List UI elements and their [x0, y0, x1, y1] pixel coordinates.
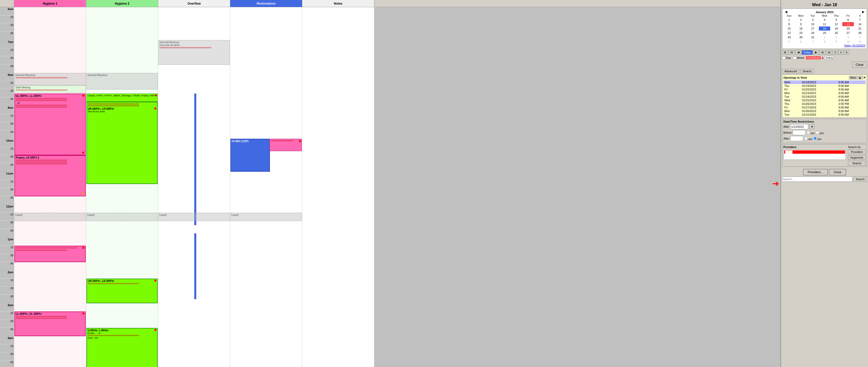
cal-day[interactable]: 26 [831, 31, 842, 35]
cal-day[interactable]: 11 [819, 22, 831, 26]
after-date-input[interactable] [790, 124, 808, 129]
mini-calendar[interactable]: ◀ January 2023 ▶ Sun Mon Tue Wed Thu Fri… [782, 8, 867, 49]
cal-day[interactable]: 3 [842, 35, 854, 39]
next-month-btn[interactable]: ▶ [861, 10, 865, 13]
overflow-header[interactable]: Overflow [158, 0, 230, 7]
clear-button[interactable]: Clear [852, 61, 867, 68]
h2-compx-appt[interactable]: CompX, #-PAX, #-PAX+, 4BWX, 3DImage, CTB… [87, 94, 158, 102]
m2-nav-btn[interactable]: M [826, 50, 832, 55]
hygienists-btn[interactable]: Hygienists [848, 155, 866, 160]
num4-nav-btn[interactable]: 4 [838, 50, 843, 55]
h2-general-blockout[interactable]: General Blockout [87, 73, 158, 90]
hygiene1-header[interactable]: Hygiene 1 [14, 0, 86, 7]
openings-arrow-btn[interactable]: ▶ [858, 76, 863, 79]
notes-column[interactable] [302, 7, 374, 367]
h1-staff-meeting[interactable]: Staff Meeting [14, 85, 86, 93]
h2-large-appt[interactable]: UR-SRP4+, LR-SRP4+ 2hrs for loc anes [87, 102, 158, 184]
cal-day[interactable]: 19 [831, 27, 842, 31]
cal-day[interactable]: 12 [831, 22, 842, 26]
opening-row[interactable]: Fri 01/27/2023 9:00 AM [783, 106, 866, 109]
cal-day[interactable]: 6 [842, 18, 854, 22]
cal-day[interactable]: 31 [807, 35, 818, 39]
cal-day[interactable]: 4 [819, 18, 831, 22]
cal-day[interactable]: 9 [831, 40, 842, 44]
week-checkbox[interactable] [793, 56, 797, 60]
rs-lunch[interactable]: Lunch [230, 213, 302, 221]
cal-day[interactable]: 21 [854, 27, 866, 31]
cal-day[interactable]: 6 [795, 40, 807, 44]
h1-lunch[interactable]: Lunch [14, 213, 86, 221]
more-button[interactable]: More [849, 76, 858, 79]
providers-search-btn[interactable]: Search [848, 161, 866, 166]
cal-day[interactable]: 23 [795, 31, 807, 35]
after2-time-input[interactable] [790, 136, 803, 141]
m-nav-btn[interactable]: M [782, 50, 788, 55]
rs-main-appt[interactable]: #3-MO-C2(P) [230, 139, 270, 172]
w-left-nav-btn[interactable]: W [788, 50, 795, 55]
before-time-input[interactable] [793, 130, 805, 135]
hygiene1-column[interactable]: General Blockout Staff Meeting UL-SRP4+,… [14, 7, 86, 367]
cal-day[interactable]: 2 [795, 18, 807, 22]
notes-header[interactable]: Notes [302, 0, 374, 7]
cal-day[interactable]: 20 [842, 27, 854, 31]
cal-day[interactable]: 17 [807, 27, 818, 31]
opening-row[interactable]: Tue 01/24/2023 9:00 AM [783, 95, 866, 98]
restorations-column[interactable]: #3-MO-C2(P) Lunch [230, 7, 302, 367]
h2-2pm-appt[interactable]: UR-SRP4+, LR-SRP4+ [87, 278, 158, 303]
prev-month-btn[interactable]: ◀ [784, 10, 788, 13]
h2-lunch[interactable]: Lunch [87, 213, 158, 221]
cal-day[interactable]: 29 [783, 35, 795, 39]
providers-btn[interactable]: Providers [848, 149, 866, 154]
h1-main-appt[interactable]: UL-SRP4+, LL-SRP4+ ...at [14, 94, 86, 155]
opening-row[interactable]: Tue 01/31/2023 9:00 AM [783, 113, 866, 116]
after2-am-radio[interactable] [804, 137, 808, 140]
h2-4pm-appt[interactable]: U-White, L-White pt que... ...el FILE - … [87, 328, 158, 367]
day-radio-group[interactable]: Day [782, 56, 791, 60]
right-arrow-btn[interactable]: ▶ [813, 50, 819, 55]
cal-day[interactable]: 15 [783, 27, 795, 31]
cal-day[interactable]: 11 [854, 40, 866, 44]
w-right-nav-btn[interactable]: W [819, 50, 826, 55]
cal-day[interactable]: 10 [807, 22, 818, 26]
hygiene2-header[interactable]: Hygiene 2 [86, 0, 158, 7]
cal-day[interactable]: 5 [831, 18, 842, 22]
opening-row[interactable]: Thu 01/26/2023 2:00 PM [783, 102, 866, 106]
hygiene2-column[interactable]: General Blockout CompX, #-PAX, #-PAX+, 4… [86, 7, 158, 367]
restorations-header[interactable]: Restorations [230, 0, 302, 7]
cal-day[interactable]: 4 [854, 35, 866, 39]
after2-pm-radio[interactable] [813, 137, 817, 140]
today-link[interactable]: Today: 01/13/2023 [783, 44, 866, 47]
num6-nav-btn[interactable]: 6 [844, 50, 849, 55]
opening-row[interactable]: Thu 01/19/2023 9:00 AM [783, 84, 866, 88]
cal-day-today[interactable]: 13 [842, 22, 854, 26]
overflow-column[interactable]: General Blockout FOLLOW UP WITH Lunch [158, 7, 230, 367]
num3-nav-btn[interactable]: 3 [833, 50, 838, 55]
cal-day[interactable]: 3 [807, 18, 818, 22]
left-arrow-btn[interactable]: ◀ [796, 50, 801, 55]
bottom-search-button[interactable]: Search [853, 176, 867, 182]
cal-day[interactable]: 10 [842, 40, 854, 44]
h1-general-blockout[interactable]: General Blockout [14, 73, 86, 85]
week-radio-group[interactable]: Week [793, 56, 804, 60]
openings-close-btn[interactable]: ✕ [863, 76, 866, 79]
cal-day[interactable]: 7 [854, 18, 866, 22]
cal-day[interactable]: 25 [819, 31, 831, 35]
opening-row[interactable]: Wed 01/18/2023 9:00 AM [783, 80, 866, 84]
opening-row[interactable]: Mon 01/30/2023 9:00 AM [783, 109, 866, 113]
cal-day[interactable]: 2 [831, 35, 842, 39]
cal-day[interactable]: 27 [842, 31, 854, 35]
cal-day[interactable]: 7 [807, 40, 818, 44]
cal-day[interactable]: 8 [819, 40, 831, 44]
before-am-radio[interactable] [807, 131, 810, 134]
cal-day[interactable]: 22 [783, 31, 795, 35]
cal-day[interactable]: 9 [795, 22, 807, 26]
after-date-dropdown[interactable]: ▼ [809, 124, 814, 129]
cal-day[interactable]: 16 [795, 27, 807, 31]
cal-day[interactable]: 24 [807, 31, 818, 35]
bottom-search-input[interactable] [782, 176, 852, 182]
cal-day[interactable]: 28 [854, 31, 866, 35]
h1-late-appt[interactable]: LL-SRP4+, UL-SRP4+ [14, 311, 86, 336]
h1-afternoon-appt[interactable] [14, 246, 86, 262]
day-checkbox[interactable] [782, 56, 785, 60]
cal-day[interactable]: 30 [795, 35, 807, 39]
